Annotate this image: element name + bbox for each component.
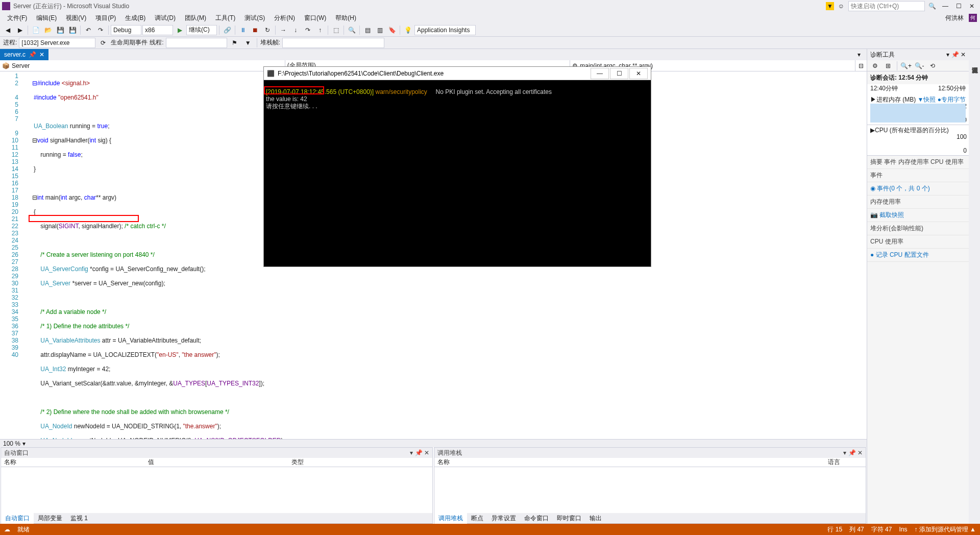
nav-back-icon[interactable]: ◀ <box>2 25 13 36</box>
restart-icon[interactable]: ↻ <box>262 25 273 36</box>
bookmark-icon[interactable]: 🔖 <box>386 25 398 36</box>
status-source-control[interactable]: ↑ 添加到源代码管理 ▲ <box>914 525 976 534</box>
thread-filter-icon[interactable]: ▼ <box>242 37 254 48</box>
show-next-statement-icon[interactable]: → <box>278 25 289 36</box>
notifications-flag-icon[interactable]: ▼ <box>826 2 834 10</box>
redo-icon[interactable]: ↷ <box>95 25 106 36</box>
project-scope-combo[interactable]: 📦Server <box>0 60 285 71</box>
col-name[interactable]: 名称 <box>1 458 145 467</box>
side-tab-test-explorer[interactable]: 测试资源管理器 <box>969 59 980 65</box>
comment-icon[interactable]: ▤ <box>362 25 373 36</box>
panel-pin-icon[interactable]: 📌 <box>848 449 856 456</box>
hex-toggle-icon[interactable]: ⬚ <box>330 25 341 36</box>
panel-pin-icon[interactable]: 📌 <box>951 51 959 58</box>
menu-analyze[interactable]: 分析(N) <box>270 13 299 23</box>
lifecycle-events-icon[interactable]: ⟳ <box>97 37 109 48</box>
panel-close-icon[interactable]: ✕ <box>857 449 863 456</box>
close-tab-icon[interactable]: ✕ <box>39 51 44 58</box>
pause-icon[interactable]: ⏸ <box>237 25 249 36</box>
tab-exceptions[interactable]: 异常设置 <box>487 513 520 524</box>
menu-file[interactable]: 文件(F) <box>3 13 31 23</box>
memory-chart[interactable]: ▶进程内存 (MB)▼快照●专用字节 2 0 <box>867 94 969 125</box>
console-output[interactable]: [2019-07-07 18:12:45.565 (UTC+0800)] war… <box>264 80 651 266</box>
console-maximize-button[interactable]: ☐ <box>610 68 628 79</box>
tab-watch1[interactable]: 监视 1 <box>66 513 92 524</box>
continue-button[interactable]: 继续(C) <box>186 25 217 35</box>
diag-tabs[interactable]: 摘要 事件 内存使用率 CPU 使用率 <box>867 156 969 169</box>
panel-dropdown-icon[interactable]: ▾ <box>946 51 949 58</box>
tab-callstack[interactable]: 调用堆栈 <box>434 513 467 524</box>
reset-view-icon[interactable]: ⟲ <box>927 60 938 71</box>
cpu-chart[interactable]: ▶CPU (所有处理器的百分比) 100 0 <box>867 125 969 156</box>
tab-immediate[interactable]: 即时窗口 <box>553 513 585 524</box>
user-avatar-icon[interactable]: 何 <box>969 14 977 22</box>
pin-icon[interactable]: 📌 <box>29 51 36 58</box>
user-name[interactable]: 何洪林 <box>945 14 968 22</box>
step-out-icon[interactable]: ↑ <box>314 25 326 36</box>
continue-icon[interactable]: ▶ <box>174 25 185 36</box>
tab-output[interactable]: 输出 <box>585 513 606 524</box>
snapshot-button[interactable]: 📷 截取快照 <box>867 209 969 222</box>
undo-icon[interactable]: ↶ <box>83 25 94 36</box>
fold-column[interactable] <box>21 71 29 439</box>
menu-tools[interactable]: 工具(T) <box>211 13 239 23</box>
console-close-button[interactable]: ✕ <box>629 68 648 79</box>
minimize-button[interactable]: — <box>939 1 951 11</box>
maximize-button[interactable]: ☐ <box>952 1 965 11</box>
console-title-bar[interactable]: ⬛ F:\Projects\Tutorial\open62541\Code\Cl… <box>264 67 651 80</box>
panel-close-icon[interactable]: ✕ <box>961 51 966 58</box>
thread-combo[interactable] <box>166 38 227 48</box>
menu-team[interactable]: 团队(M) <box>181 13 210 23</box>
menu-project[interactable]: 项目(P) <box>91 13 120 23</box>
menu-edit[interactable]: 编辑(E) <box>32 13 61 23</box>
menu-debug[interactable]: 调试(D) <box>151 13 180 23</box>
thread-flag-icon[interactable]: ⚑ <box>229 37 240 48</box>
tab-dropdown-icon[interactable]: ▾ <box>853 49 865 60</box>
quick-launch-input[interactable] <box>848 1 925 11</box>
new-project-icon[interactable]: 📄 <box>30 25 41 36</box>
panel-close-icon[interactable]: ✕ <box>424 449 429 456</box>
close-button[interactable]: ✕ <box>966 1 978 11</box>
feedback-icon[interactable]: ☺ <box>835 1 847 11</box>
zoom-in-icon[interactable]: 🔍+ <box>900 60 912 71</box>
save-icon[interactable]: 💾 <box>55 25 66 36</box>
menu-window[interactable]: 窗口(W) <box>300 13 330 23</box>
console-window[interactable]: ⬛ F:\Projects\Tutorial\open62541\Code\Cl… <box>263 66 651 267</box>
step-into-icon[interactable]: ↓ <box>290 25 301 36</box>
zoom-out-icon[interactable]: 🔍- <box>914 60 925 71</box>
browser-link-icon[interactable]: 🔗 <box>222 25 233 36</box>
application-insights-combo[interactable]: Application Insights <box>414 25 476 35</box>
tab-command[interactable]: 命令窗口 <box>520 513 553 524</box>
record-cpu-button[interactable]: ● 记录 CPU 配置文件 <box>867 249 969 262</box>
process-combo[interactable]: [1032] Server.exe <box>19 38 95 48</box>
diag-settings-icon[interactable]: ⚙ <box>869 60 880 71</box>
panel-dropdown-icon[interactable]: ▾ <box>843 449 846 456</box>
panel-dropdown-icon[interactable]: ▾ <box>410 449 413 456</box>
tab-server-c[interactable]: server.c 📌 ✕ <box>0 49 48 60</box>
insights-bulb-icon[interactable]: 💡 <box>402 25 413 36</box>
solution-config-combo[interactable]: Debug <box>111 25 141 35</box>
editor-zoom[interactable]: 100 %▾ <box>0 439 867 447</box>
panel-pin-icon[interactable]: 📌 <box>415 449 423 456</box>
open-file-icon[interactable]: 📂 <box>42 25 54 36</box>
menu-test[interactable]: 测试(S) <box>240 13 269 23</box>
tab-autos[interactable]: 自动窗口 <box>1 513 34 524</box>
find-in-files-icon[interactable]: 🔍 <box>346 25 357 36</box>
menu-help[interactable]: 帮助(H) <box>331 13 360 23</box>
nav-fwd-icon[interactable]: ▶ <box>14 25 26 36</box>
status-cloud-icon[interactable]: ☁ <box>4 526 10 533</box>
tab-breakpoints[interactable]: 断点 <box>467 513 487 524</box>
step-over-icon[interactable]: ↷ <box>302 25 313 36</box>
stop-icon[interactable]: ⏹ <box>250 25 261 36</box>
col-name[interactable]: 名称 <box>434 458 825 467</box>
search-icon[interactable]: 🔍 <box>926 1 938 11</box>
stackframe-combo[interactable] <box>282 38 384 48</box>
save-all-icon[interactable]: 💾 <box>67 25 78 36</box>
console-minimize-button[interactable]: — <box>591 68 609 79</box>
menu-build[interactable]: 生成(B) <box>121 13 150 23</box>
side-tab-server-explorer[interactable]: 服务器资源管理器 <box>969 51 980 57</box>
diag-select-tools-icon[interactable]: ⊞ <box>883 60 894 71</box>
col-lang[interactable]: 语言 <box>825 458 866 467</box>
menu-view[interactable]: 视图(V) <box>62 13 90 23</box>
diag-events-count[interactable]: ◉ 事件(0 个，共 0 个) <box>867 182 969 196</box>
